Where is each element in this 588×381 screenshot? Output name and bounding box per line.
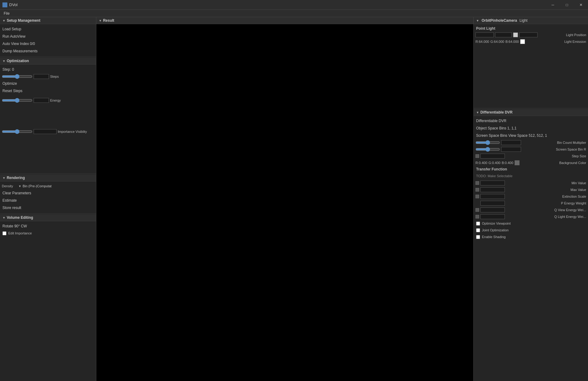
store-result-btn[interactable]: Store result [0,204,96,211]
setup-management-arrow: ▼ [2,19,6,22]
q-light-energy-input[interactable]: 10000.000 [480,214,505,219]
volume-editing-content: Rotate 90° CW Edit Importance [0,221,96,238]
min-value-input[interactable]: 0.000 [480,181,505,185]
optimization-header[interactable]: ▼ Optimization [0,58,96,65]
step-label: Step: 0 [0,66,96,73]
light-emission-b: B:64.000 [505,40,519,43]
edit-importance-checkbox[interactable] [2,231,6,235]
optimization-title: Optimization [7,59,29,63]
rendering-content: Density ▼ Bin (Pre-)Computat Clear Param… [0,181,96,213]
bin-count-label: Bin Count Multiplier [522,141,586,144]
q-light-energy-label: Q Light Energy Wei... [506,215,586,219]
result-arrow: ▼ [99,19,102,22]
q-view-energy-label: Q View Energy Wei... [506,208,586,212]
result-title: Result [103,18,114,23]
diff-dvr-arrow: ▼ [476,111,479,114]
enable-shading-checkbox[interactable] [476,235,480,239]
energy-row: inf Energy [0,97,96,104]
energy-input[interactable]: inf [34,98,49,103]
optimize-viewpoint-checkbox[interactable] [476,222,480,226]
setup-management-header[interactable]: ▼ Setup Management [0,17,96,24]
close-button[interactable]: ✕ [574,0,588,10]
energy-slider[interactable] [2,98,32,103]
light-position-row: -2.000 1.000 -1.000 Light Position [474,32,588,38]
reset-steps-btn[interactable]: Reset Steps [0,87,96,95]
bg-color-swatch [515,160,520,165]
density-label: Density [2,184,17,188]
min-value-label: Min Value [506,181,586,185]
bin-count-slider[interactable] [475,140,500,145]
p-energy-input[interactable]: 1.000 [480,201,505,206]
menubar: File [0,10,588,17]
step-size-input[interactable]: 1.000000 [480,154,505,159]
load-setup-btn[interactable]: Load Setup [0,25,96,33]
max-value-input[interactable]: 1.000 [480,187,505,192]
optimization-arrow: ▼ [2,59,6,63]
steps-label: Steps [50,75,59,78]
camera-light-header: ▼ OrbitPinholeCamera Light [474,17,588,24]
minimize-button[interactable]: ─ [546,0,560,10]
light-emission-r: R:64.000 [475,40,489,43]
dump-measurements-btn[interactable]: Dump Measurements [0,47,96,55]
volume-editing-header[interactable]: ▼ Volume Editing [0,214,96,221]
clear-params-btn[interactable]: Clear Parameters [0,189,96,197]
camera-label: OrbitPinholeCamera [482,18,517,23]
joint-optimization-checkbox[interactable] [476,228,480,232]
light-y-input[interactable]: 1.000 [495,32,512,37]
light-z-input[interactable]: -1.000 [519,32,538,37]
steps-row: 1 Steps [0,73,96,80]
separator-2 [0,174,96,174]
maximize-button[interactable]: □ [560,0,574,10]
q-view-energy-input[interactable]: 10000.000 [480,207,505,212]
app-title: DVol [9,2,17,7]
bin-count-row: 0.500 Bin Count Multiplier [474,139,588,146]
left-panel: ▼ Setup Management Load Setup Run AutoVi… [0,17,96,381]
q-light-energy-row: 10000.000 Q Light Energy Wei... [474,213,588,220]
steps-input[interactable]: 1 [34,74,49,79]
screen-space-bin-label: Screen Space Bin R [522,148,586,151]
max-value-row: 1.000 Max Value [474,186,588,193]
importance-slider[interactable] [2,129,32,134]
window-controls: ─ □ ✕ [546,0,588,10]
extinction-input[interactable]: 10.000 [480,194,505,199]
light-emission-swatch [520,39,525,44]
importance-label: Importance Visiblity [58,130,87,133]
max-value-label: Max Value [506,188,586,192]
screen-space-bin-input[interactable]: 0.500 [501,147,521,152]
separator-1 [0,57,96,57]
auto-view-index-label: Auto View Index 0/0 [0,40,96,47]
light-x-input[interactable]: -2.000 [475,32,494,37]
light-tab-label[interactable]: Light [520,18,527,23]
density-dropdown[interactable]: Bin (Pre-)Computat [23,184,52,188]
rendering-arrow: ▼ [2,176,6,180]
light-emission-label: Light Emission [526,40,586,43]
q-view-swatch [475,208,479,212]
diff-dvr-header[interactable]: ▼ Differentiable DVR [474,109,588,116]
edit-importance-label: Edit Importance [8,231,32,235]
extinction-label: Extinction Scale [506,195,586,198]
dropdown-arrow-icon: ▼ [18,185,21,188]
object-space-bins-label: Object Space Bins 1, 1,1 [474,125,588,132]
rendering-header[interactable]: ▼ Rendering [0,174,96,181]
bg-color-b: B:0.400 [502,161,513,165]
spacer-right [474,46,588,107]
joint-optimization-label: Joint Optimization [482,228,508,232]
setup-management-title: Setup Management [7,18,40,23]
optimize-btn[interactable]: Optimize [0,80,96,87]
enable-shading-label: Enable Shading [482,235,506,239]
light-emission-g: G:64.000 [490,40,504,43]
steps-slider[interactable] [2,74,32,79]
rotate-cw-btn[interactable]: Rotate 90° CW [0,222,96,230]
optimize-viewpoint-label: Optimize Viewpoint [482,222,511,225]
estimate-btn[interactable]: Estimate [0,197,96,204]
bg-color-label: Background Color [521,161,586,165]
q-light-swatch [475,215,479,219]
menu-file[interactable]: File [1,10,12,17]
light-position-label: Light Position [539,33,586,37]
screen-space-bin-slider[interactable] [475,147,500,152]
bin-count-input[interactable]: 0.500 [501,140,521,145]
importance-input[interactable]: -1.000000 [34,129,57,134]
run-autoview-btn[interactable]: Run AutoView [0,33,96,40]
density-row: Density ▼ Bin (Pre-)Computat [0,183,96,189]
max-value-swatch [475,188,479,192]
